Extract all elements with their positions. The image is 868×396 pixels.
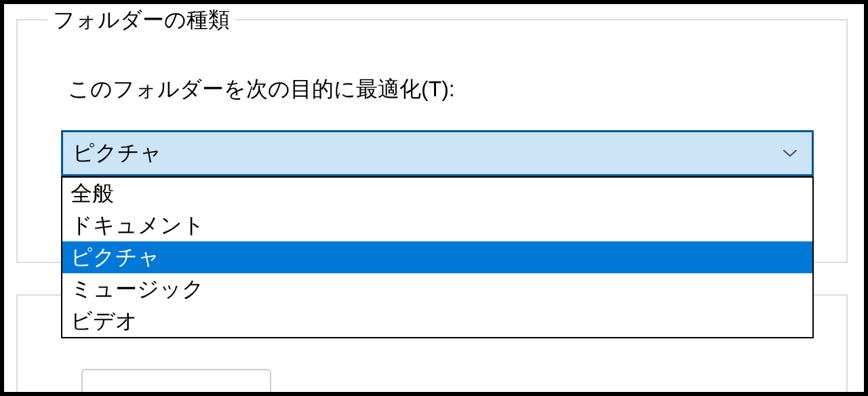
chevron-down-icon	[782, 145, 798, 161]
dropdown-item[interactable]: ドキュメント	[62, 210, 812, 241]
choose-file-button[interactable]	[81, 369, 271, 396]
folder-type-dropdown-selected[interactable]: ピクチャ	[61, 130, 814, 176]
dropdown-item[interactable]: ビデオ	[62, 305, 812, 337]
folder-type-legend: フォルダーの種類	[47, 5, 235, 35]
dropdown-item[interactable]: 全般	[62, 178, 812, 210]
folder-type-dropdown-list: 全般 ドキュメント ピクチャ ミュージック ビデオ	[61, 176, 814, 338]
folder-type-dropdown-value: ピクチャ	[73, 138, 162, 168]
folder-type-dropdown: ピクチャ 全般 ドキュメント ピクチャ ミュージック ビデオ	[61, 130, 814, 176]
dropdown-item[interactable]: ピクチャ	[62, 241, 812, 273]
dropdown-item[interactable]: ミュージック	[62, 273, 812, 305]
optimize-prompt-label: このフォルダーを次の目的に最適化(T):	[68, 75, 455, 104]
